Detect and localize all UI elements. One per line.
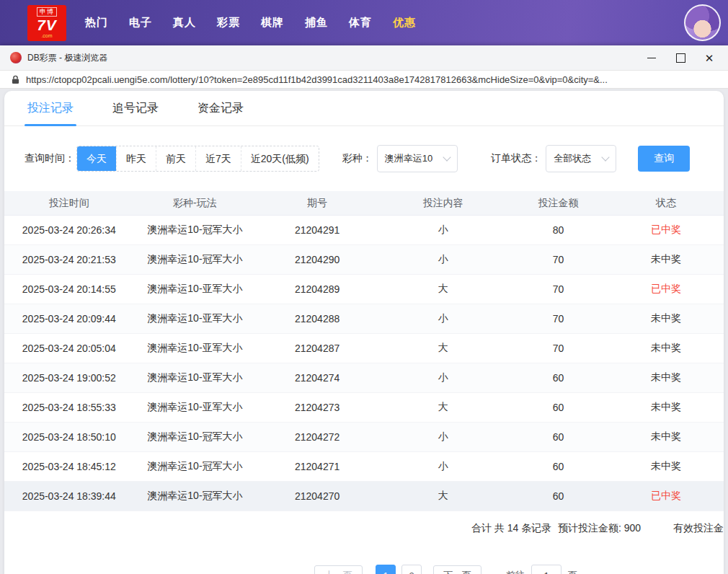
cell-bet-amount: 60 (508, 490, 609, 502)
cell-bet-content: 小 (378, 312, 508, 325)
cell-bet-content: 大 (378, 283, 508, 296)
time-range-option[interactable]: 近7天 (195, 146, 241, 171)
top-nav-item-体育[interactable]: 体育 (349, 16, 372, 30)
prev-page-button[interactable]: 上一页 (314, 565, 363, 574)
top-nav-item-彩票[interactable]: 彩票 (217, 16, 240, 30)
cell-status: 未中奖 (608, 401, 724, 414)
cell-bet-amount: 60 (508, 402, 609, 413)
cell-bet-content: 大 (378, 401, 508, 414)
browser-app-icon (10, 52, 22, 63)
cell-issue: 21204289 (256, 283, 378, 295)
table-row: 2025-03-24 20:05:04 澳洲幸运10-亚军大小 21204287… (4, 334, 724, 363)
top-nav-item-热门[interactable]: 热门 (85, 16, 108, 30)
minimize-button[interactable] (637, 47, 666, 69)
close-button[interactable]: ✕ (695, 47, 724, 69)
cell-issue: 21204291 (256, 224, 378, 236)
table-row: 2025-03-24 18:55:33 澳洲幸运10-亚军大小 21204273… (4, 393, 724, 423)
cell-bet-time: 2025-03-24 20:05:04 (4, 343, 134, 354)
cell-status: 未中奖 (608, 460, 724, 473)
top-nav-menu: 热门电子真人彩票棋牌捕鱼体育优惠 (85, 16, 437, 30)
cell-issue: 21204290 (256, 254, 378, 265)
goto-page-label: 前往 (506, 569, 525, 574)
cell-bet-time: 2025-03-24 18:55:33 (4, 402, 134, 413)
brand-logo[interactable]: 申博 7V .com (27, 5, 66, 41)
time-range-option[interactable]: 今天 (77, 146, 116, 171)
summary-total-records: 合计 共 14 条记录 (471, 511, 551, 544)
user-avatar[interactable] (684, 4, 721, 41)
cell-bet-time: 2025-03-24 18:45:12 (4, 461, 134, 472)
cell-game: 澳洲幸运10-冠军大小 (134, 430, 257, 443)
cell-issue: 21204288 (256, 313, 378, 324)
cell-bet-content: 小 (378, 253, 508, 266)
header-bet-time: 投注时间 (4, 197, 134, 210)
cell-bet-amount: 60 (508, 372, 609, 384)
page-content: 投注记录追号记录资金记录 查询时间： 今天昨天前天近7天近20天(低频) 彩种：… (0, 89, 728, 574)
goto-page-input[interactable] (531, 565, 561, 574)
order-status-select[interactable]: 全部状态 (546, 145, 616, 172)
address-bar[interactable]: https://ctopcp02pcali.uengi5e.com/lotter… (0, 71, 728, 89)
cell-game: 澳洲幸运10-冠军大小 (134, 253, 257, 266)
cell-status: 已中奖 (608, 283, 724, 296)
time-range-option[interactable]: 昨天 (116, 146, 156, 171)
cell-issue: 21204273 (256, 402, 378, 413)
search-button[interactable]: 查询 (638, 146, 690, 172)
lock-icon (12, 75, 19, 84)
time-range-option[interactable]: 前天 (156, 146, 195, 171)
header-game: 彩种-玩法 (134, 197, 257, 210)
summary-estimated-amount: 预计投注金额: 900 (558, 511, 641, 544)
cell-issue: 21204274 (256, 372, 378, 384)
cell-bet-time: 2025-03-24 18:39:44 (4, 490, 134, 502)
table-row: 2025-03-24 20:09:44 澳洲幸运10-亚军大小 21204288… (4, 304, 724, 334)
cell-bet-amount: 70 (508, 254, 609, 265)
url-text: https://ctopcp02pcali.uengi5e.com/lotter… (26, 74, 608, 85)
cell-bet-time: 2025-03-24 20:26:34 (4, 224, 134, 236)
cell-bet-time: 2025-03-24 20:14:55 (4, 283, 134, 295)
header-bet-content: 投注内容 (378, 197, 508, 210)
summary-valid-amount: 有效投注金额: 900 (673, 511, 724, 544)
page-number-button[interactable]: 2 (401, 565, 422, 574)
pagination: 上一页 12 下一页 前往 页 (314, 565, 724, 574)
cell-status: 未中奖 (608, 430, 724, 443)
brand-logo-main-text: 7V (37, 17, 57, 32)
cell-bet-amount: 80 (508, 224, 609, 236)
cell-game: 澳洲幸运10-亚军大小 (134, 401, 257, 414)
cell-issue: 21204272 (256, 431, 378, 443)
lottery-select[interactable]: 澳洲幸运10 (377, 145, 458, 172)
table-row: 2025-03-24 18:39:44 澳洲幸运10-冠军大小 21204270… (4, 482, 724, 511)
filter-row: 查询时间： 今天昨天前天近7天近20天(低频) 彩种： 澳洲幸运10 订单状态：… (4, 126, 724, 191)
cell-bet-content: 小 (378, 460, 508, 473)
cell-bet-time: 2025-03-24 20:21:53 (4, 254, 134, 265)
window-title: DB彩票 - 极速浏览器 (27, 52, 107, 64)
cell-status: 未中奖 (608, 342, 724, 355)
tab-0[interactable]: 投注记录 (25, 101, 76, 125)
top-nav-item-电子[interactable]: 电子 (129, 16, 152, 30)
brand-logo-top-text: 申博 (37, 7, 57, 17)
page-number-button[interactable]: 1 (376, 565, 396, 574)
records-card: 投注记录追号记录资金记录 查询时间： 今天昨天前天近7天近20天(低频) 彩种：… (4, 91, 724, 574)
cell-status: 未中奖 (608, 312, 724, 325)
summary-bar: 合计 共 14 条记录 预计投注金额: 900 有效投注金额: 900 (4, 511, 724, 544)
top-nav-item-真人[interactable]: 真人 (173, 16, 196, 30)
time-range-group: 今天昨天前天近7天近20天(低频) (76, 146, 319, 172)
table-header: 投注时间 彩种-玩法 期号 投注内容 投注金额 状态 (4, 191, 724, 216)
maximize-icon (676, 53, 685, 63)
maximize-button[interactable] (666, 47, 695, 69)
pagination-pages: 12 (376, 565, 422, 574)
top-nav-item-棋牌[interactable]: 棋牌 (261, 16, 284, 30)
cell-game: 澳洲幸运10-亚军大小 (134, 312, 257, 325)
tab-2[interactable]: 资金记录 (195, 101, 247, 125)
cell-bet-time: 2025-03-24 18:50:10 (4, 431, 134, 443)
tab-1[interactable]: 追号记录 (110, 101, 161, 125)
chevron-down-icon (443, 153, 451, 161)
time-filter-label: 查询时间： (25, 152, 75, 165)
time-range-option[interactable]: 近20天(低频) (241, 146, 319, 171)
table-row: 2025-03-24 18:50:10 澳洲幸运10-冠军大小 21204272… (4, 423, 724, 452)
order-status-select-value: 全部状态 (554, 152, 591, 165)
top-nav-item-优惠[interactable]: 优惠 (393, 16, 416, 30)
chevron-down-icon (602, 153, 610, 161)
table-row: 2025-03-24 20:26:34 澳洲幸运10-冠军大小 21204291… (4, 216, 724, 245)
cell-status: 已中奖 (608, 490, 724, 503)
tab-bar: 投注记录追号记录资金记录 (4, 91, 724, 126)
top-nav-item-捕鱼[interactable]: 捕鱼 (305, 16, 328, 30)
next-page-button[interactable]: 下一页 (433, 565, 481, 574)
